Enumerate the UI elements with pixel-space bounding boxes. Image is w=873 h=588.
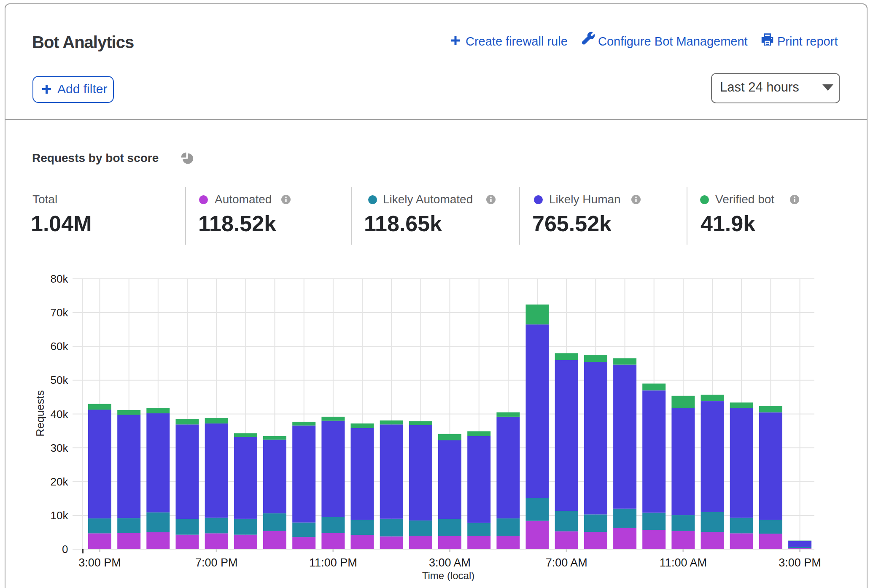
svg-text:7:00 PM: 7:00 PM [195, 556, 238, 569]
svg-text:10k: 10k [51, 509, 69, 522]
svg-text:Time (local): Time (local) [422, 570, 474, 581]
svg-text:Requests: Requests [34, 390, 46, 437]
svg-text:70k: 70k [51, 306, 69, 319]
svg-text:40k: 40k [51, 408, 69, 421]
svg-text:3:00 PM: 3:00 PM [78, 556, 121, 569]
svg-text:80k: 80k [51, 272, 69, 285]
svg-text:30k: 30k [51, 442, 69, 454]
svg-text:0: 0 [62, 543, 68, 556]
svg-text:20k: 20k [51, 475, 69, 488]
svg-text:50k: 50k [51, 374, 69, 386]
svg-text:11:00 AM: 11:00 AM [660, 556, 707, 569]
svg-text:60k: 60k [51, 340, 69, 353]
svg-text:11:00 PM: 11:00 PM [309, 556, 357, 569]
svg-text:3:00 AM: 3:00 AM [429, 556, 471, 569]
svg-text:3:00 PM: 3:00 PM [779, 556, 821, 569]
svg-text:7:00 AM: 7:00 AM [546, 556, 587, 569]
